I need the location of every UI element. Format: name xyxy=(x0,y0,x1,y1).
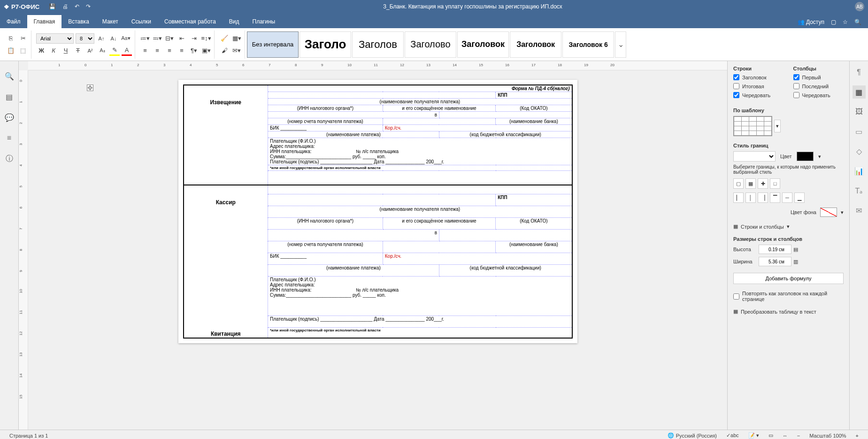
insert-table-icon[interactable]: ▦▾ xyxy=(231,33,242,44)
italic-button[interactable]: К xyxy=(48,46,59,56)
border-top-icon[interactable]: ▔ xyxy=(770,193,780,203)
style-no-spacing[interactable]: Без интервала xyxy=(247,31,299,58)
align-justify-icon[interactable]: ≡ xyxy=(177,46,187,56)
border-all-icon[interactable]: ▦ xyxy=(745,178,756,189)
style-heading4[interactable]: Заголовок xyxy=(457,31,509,58)
convert-table-link[interactable]: ▦ Преобразовать таблицу в текст xyxy=(733,308,844,315)
header-footer-icon[interactable]: ▭ xyxy=(853,125,866,138)
border-left-icon[interactable]: ▏ xyxy=(733,193,744,203)
cell-notification[interactable]: Извещение xyxy=(184,85,268,185)
bg-color-dropdown-icon[interactable]: ▾ xyxy=(841,209,844,216)
comments-icon[interactable]: ▤ xyxy=(4,91,15,102)
document-table[interactable]: Извещение Форма № ПД-4 сб(налог) КПП (на… xyxy=(183,85,573,339)
clear-style-icon[interactable]: 🧹 xyxy=(219,33,230,44)
distribute-cols-icon[interactable]: ▥ xyxy=(793,259,798,265)
tab-references[interactable]: Ссылки xyxy=(125,15,158,28)
border-inner-icon[interactable]: ✚ xyxy=(758,178,768,189)
nonprinting-icon[interactable]: ¶▾ xyxy=(189,46,199,56)
fit-width-icon[interactable]: ↔ xyxy=(778,433,792,439)
bullets-icon[interactable]: ≔▾ xyxy=(140,33,150,44)
highlight-icon[interactable]: ✎ xyxy=(109,46,120,56)
search-icon[interactable]: 🔍 xyxy=(854,19,861,25)
open-location-icon[interactable]: ▢ xyxy=(831,19,836,25)
chart-settings-icon[interactable]: 📊 xyxy=(853,164,866,177)
tab-collab[interactable]: Совместная работа xyxy=(158,15,223,28)
spellcheck-icon[interactable]: ✓abc xyxy=(722,432,744,439)
copy-icon[interactable]: ⎘ xyxy=(6,33,16,44)
tab-plugins[interactable]: Плагины xyxy=(246,15,282,28)
textart-settings-icon[interactable]: Tₐ xyxy=(853,184,866,197)
border-outer-icon[interactable]: ▢ xyxy=(733,178,744,189)
document-page[interactable]: Извещение Форма № ПД-4 сб(налог) КПП (на… xyxy=(178,80,577,343)
chk-row-total[interactable]: Итоговая xyxy=(733,83,784,89)
font-size-select[interactable]: 8 xyxy=(76,33,94,44)
tab-file[interactable]: Файл xyxy=(0,15,27,28)
border-color-swatch[interactable] xyxy=(797,152,814,161)
line-spacing-icon[interactable]: ≡↕▾ xyxy=(201,33,211,44)
redo-icon[interactable]: ↷ xyxy=(86,3,91,10)
chk-row-banded[interactable]: Чередовать xyxy=(733,92,784,98)
fit-page-icon[interactable]: ▭ xyxy=(764,432,778,439)
decrease-indent-icon[interactable]: ⇤ xyxy=(177,33,187,44)
chk-col-last[interactable]: Последний xyxy=(793,83,844,89)
shading-icon[interactable]: ▣▾ xyxy=(201,46,211,56)
chk-col-banded[interactable]: Чередовать xyxy=(793,92,844,98)
table-template-preview[interactable] xyxy=(733,116,772,136)
table-move-handle[interactable]: ✥ xyxy=(87,85,93,91)
underline-button[interactable]: Ч xyxy=(61,46,71,56)
user-avatar[interactable]: AB xyxy=(855,2,864,11)
numbering-icon[interactable]: ≕▾ xyxy=(152,33,162,44)
favorite-icon[interactable]: ☆ xyxy=(843,19,848,25)
change-case-icon[interactable]: Aa▾ xyxy=(121,33,131,44)
border-color-dropdown-icon[interactable]: ▾ xyxy=(818,154,821,160)
row-height-input[interactable] xyxy=(759,245,791,254)
tab-layout[interactable]: Макет xyxy=(96,15,125,28)
horizontal-ruler[interactable]: 101234567891011121314151617181920 xyxy=(28,61,727,70)
col-width-input[interactable] xyxy=(759,257,791,266)
feedback-icon[interactable]: ⓘ xyxy=(4,153,15,164)
border-none-icon[interactable]: □ xyxy=(770,178,780,189)
align-left-icon[interactable]: ≡ xyxy=(140,46,150,56)
bg-color-swatch[interactable] xyxy=(820,208,837,217)
zoom-in-icon[interactable]: + xyxy=(851,433,863,439)
chk-row-header[interactable]: Заголовок xyxy=(733,74,784,80)
paragraph-settings-icon[interactable]: ¶ xyxy=(853,66,866,79)
image-settings-icon[interactable]: 🖼 xyxy=(853,105,866,118)
tab-insert[interactable]: Вставка xyxy=(61,15,96,28)
border-vmid-icon[interactable]: │ xyxy=(745,193,756,203)
increase-font-icon[interactable]: A↑ xyxy=(96,33,107,44)
table-settings-icon[interactable]: ▦ xyxy=(853,85,866,99)
headings-icon[interactable]: ≡ xyxy=(4,132,15,144)
share-button[interactable]: 👥 Доступ xyxy=(798,19,824,25)
vertical-ruler[interactable]: 0123456789101112131415 xyxy=(19,70,28,430)
multilevel-icon[interactable]: ⊟▾ xyxy=(164,33,175,44)
superscript-icon[interactable]: A² xyxy=(85,46,95,56)
font-family-select[interactable]: Arial xyxy=(36,33,74,44)
tab-home[interactable]: Главная xyxy=(27,15,62,28)
rows-cols-menu[interactable]: ▦ Строки и столбцы ▾ xyxy=(733,223,844,230)
border-right-icon[interactable]: ▕ xyxy=(758,193,768,203)
paste-icon[interactable]: 📋 xyxy=(6,46,16,56)
distribute-rows-icon[interactable]: ▤ xyxy=(793,246,798,253)
decrease-font-icon[interactable]: A↓ xyxy=(108,33,119,44)
border-size-select[interactable] xyxy=(733,151,776,162)
mailings-icon[interactable]: ✉▾ xyxy=(231,46,242,56)
zoom-indicator[interactable]: Масштаб 100% xyxy=(805,433,851,439)
increase-indent-icon[interactable]: ⇥ xyxy=(189,33,199,44)
cut-icon[interactable]: ✂ xyxy=(18,33,28,44)
lang-indicator[interactable]: 🌐 Русский (Россия) xyxy=(663,432,722,439)
chk-repeat-header[interactable]: Повторять как заголовок на каждой страни… xyxy=(733,291,844,302)
strike-button[interactable]: Т xyxy=(73,46,83,56)
save-icon[interactable]: 💾 xyxy=(49,3,56,10)
print-icon[interactable]: 🖨 xyxy=(62,3,68,10)
align-center-icon[interactable]: ≡ xyxy=(152,46,162,56)
mail-merge-icon[interactable]: ✉ xyxy=(853,204,866,217)
page-indicator[interactable]: Страница 1 из 1 xyxy=(5,433,53,439)
zoom-out-icon[interactable]: − xyxy=(792,433,805,439)
chat-icon[interactable]: 💬 xyxy=(4,112,15,123)
styles-expand-icon[interactable]: ⌄ xyxy=(615,31,626,58)
style-heading6[interactable]: Заголовок 6 xyxy=(562,31,614,58)
find-icon[interactable]: 🔍 xyxy=(4,70,15,82)
chk-col-first[interactable]: Первый xyxy=(793,74,844,80)
page-scroll[interactable]: ✥ Извещение Форма № ПД-4 сб(налог) КПП (… xyxy=(28,70,727,430)
